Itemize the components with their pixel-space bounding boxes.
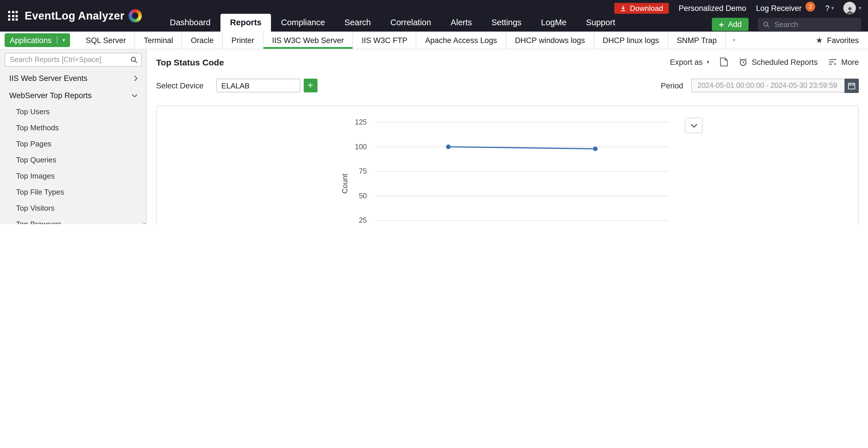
export-as-dropdown[interactable]: Export as ▾ (670, 58, 709, 66)
divider (57, 36, 57, 44)
help-menu[interactable]: ? ▾ (825, 4, 834, 12)
add-label: Add (728, 20, 742, 29)
eventlog-analyzer-app: EventLog Analyzer Dashboard Reports Comp… (0, 0, 868, 224)
search-icon (130, 56, 138, 66)
sidebar-scrollbar[interactable] (143, 223, 146, 224)
nav-settings[interactable]: Settings (482, 14, 531, 32)
product-name: EventLog Analyzer (25, 9, 124, 22)
main-nav: Dashboard Reports Compliance Search Corr… (160, 14, 625, 32)
scheduled-reports-button[interactable]: Scheduled Reports (739, 58, 818, 66)
svg-text:100: 100 (355, 142, 367, 151)
nav-search[interactable]: Search (335, 14, 381, 32)
chart-panel: 0255075100125200404CountHTTP Status (156, 106, 859, 224)
add-device-button[interactable]: + (303, 78, 317, 92)
chevron-down-icon: ▾ (63, 37, 65, 43)
topbar-right: Download Personalized Demo Log Receiver … (614, 2, 861, 31)
group-label: IIS Web Server Events (9, 74, 88, 83)
more-label: More (841, 58, 859, 66)
personalized-demo-link[interactable]: Personalized Demo (679, 4, 746, 12)
sidebar-item-top-file-types[interactable]: Top File Types (0, 184, 146, 200)
tab-sql-server[interactable]: SQL Server (77, 32, 135, 49)
svg-text:50: 50 (359, 192, 367, 200)
tab-dhcp-linux-logs[interactable]: DHCP linux logs (594, 32, 668, 49)
applications-label: Applications (10, 36, 52, 44)
tab-snmp-trap[interactable]: SNMP Trap (668, 32, 725, 49)
topbar-action-row: + Add Search (712, 18, 861, 31)
avatar (844, 2, 856, 14)
chevron-down-icon: ▾ (733, 37, 735, 43)
user-menu[interactable]: ▾ (844, 2, 861, 14)
sidebar-item-top-images[interactable]: Top Images (0, 168, 146, 184)
body-row: IIS Web Server Events WebServer Top Repo… (0, 50, 868, 224)
document-icon (720, 57, 728, 67)
device-select[interactable]: ELALAB (216, 78, 300, 92)
nav-reports[interactable]: Reports (220, 14, 271, 32)
chevron-down-icon: ▾ (831, 5, 834, 11)
group-label: WebServer Top Reports (9, 91, 92, 100)
help-label: ? (825, 4, 830, 12)
main-header: Top Status Code Export as ▾ Scheduled Re… (156, 54, 859, 70)
tabs-overflow-button[interactable]: ▾ (725, 32, 742, 49)
tab-terminal[interactable]: Terminal (135, 32, 182, 49)
sidebar-item-top-methods[interactable]: Top Methods (0, 120, 146, 136)
http-status-line-chart: 0255075100125200404CountHTTP Status (157, 106, 858, 224)
export-schedule-button[interactable] (720, 57, 728, 67)
nav-correlation[interactable]: Correlation (381, 14, 441, 32)
filter-row: Select Device ELALAB + Period 2024-05-01… (156, 78, 859, 92)
report-tabs-bar: Applications ▾ SQL Server Terminal Oracl… (0, 32, 868, 50)
scheduled-reports-label: Scheduled Reports (752, 58, 818, 66)
global-search-input[interactable]: Search (758, 18, 861, 31)
tab-dhcp-windows-logs[interactable]: DHCP windows logs (506, 32, 594, 49)
sidebar-item-top-visitors[interactable]: Top Visitors (0, 200, 146, 216)
nav-logme[interactable]: LogMe (531, 14, 577, 32)
nav-alerts[interactable]: Alerts (441, 14, 482, 32)
apps-grid-icon[interactable] (8, 11, 18, 21)
applications-dropdown[interactable]: Applications ▾ (5, 33, 70, 47)
report-search (5, 53, 142, 67)
device-value: ELALAB (221, 81, 249, 90)
sidebar: IIS Web Server Events WebServer Top Repo… (0, 50, 147, 224)
sidebar-item-top-users[interactable]: Top Users (0, 104, 146, 120)
log-receiver-link[interactable]: Log Receiver (756, 4, 802, 12)
tab-oracle[interactable]: Oracle (182, 32, 222, 49)
add-button[interactable]: + Add (712, 18, 749, 31)
chevron-down-icon: ▾ (859, 5, 861, 11)
calendar-button[interactable] (844, 78, 859, 93)
sidebar-item-top-browsers[interactable]: Top Browsers (0, 216, 146, 224)
download-label: Download (630, 4, 663, 12)
alarm-clock-icon (739, 58, 748, 66)
svg-text:75: 75 (359, 167, 367, 175)
nav-compliance[interactable]: Compliance (271, 14, 335, 32)
chevron-down-icon (690, 123, 697, 128)
search-icon (763, 21, 770, 28)
period-input[interactable]: 2024-05-01 00:00:00 - 2024-05-30 23:59:5… (691, 78, 859, 92)
calendar-icon (848, 82, 856, 90)
more-button[interactable]: More (828, 58, 859, 66)
report-tabs: SQL Server Terminal Oracle Printer IIS W… (77, 32, 742, 49)
tab-apache-access-logs[interactable]: Apache Access Logs (416, 32, 506, 49)
group-iis-web-server-events[interactable]: IIS Web Server Events (0, 69, 146, 87)
notification-badge[interactable]: 2 (806, 1, 815, 11)
report-search-input[interactable] (5, 53, 142, 67)
chevron-down-icon: ▾ (707, 59, 709, 65)
plus-icon: + (719, 20, 724, 29)
group-webserver-top-reports[interactable]: WebServer Top Reports (0, 87, 146, 104)
favorites-button[interactable]: ★ Favorites (816, 36, 859, 45)
download-button[interactable]: Download (614, 3, 669, 13)
chart-collapse-button[interactable] (685, 118, 703, 133)
list-icon (828, 59, 837, 65)
svg-text:25: 25 (359, 216, 367, 224)
tab-printer[interactable]: Printer (222, 32, 263, 49)
sidebar-item-top-queries[interactable]: Top Queries (0, 152, 146, 168)
report-list: Top Users Top Methods Top Pages Top Quer… (0, 104, 146, 224)
tab-iis-w3c-web-server[interactable]: IIS W3C Web Server (263, 32, 352, 49)
sidebar-item-top-pages[interactable]: Top Pages (0, 136, 146, 152)
main-content: Top Status Code Export as ▾ Scheduled Re… (147, 50, 868, 224)
topbar-utility-row: Download Personalized Demo Log Receiver … (614, 2, 861, 14)
chevron-down-icon (131, 93, 138, 97)
star-icon: ★ (816, 36, 823, 45)
nav-dashboard[interactable]: Dashboard (160, 14, 220, 32)
header-actions: Export as ▾ Scheduled Reports More (670, 57, 859, 67)
select-device-label: Select Device (156, 81, 204, 90)
tab-iis-w3c-ftp[interactable]: IIS W3C FTP (352, 32, 416, 49)
